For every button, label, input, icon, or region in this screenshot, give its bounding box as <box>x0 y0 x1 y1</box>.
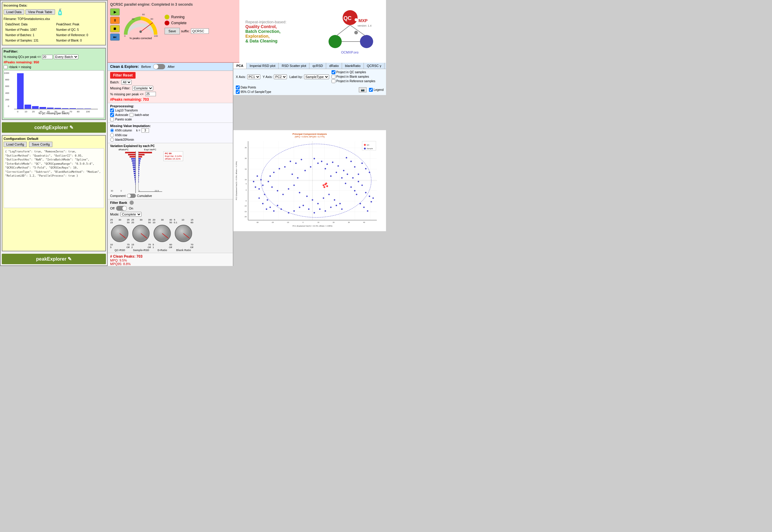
config-explorer-button[interactable]: configExplorer ✎ <box>2 122 106 133</box>
tab-rsd-scatter[interactable]: RSD Scatter plot <box>279 63 309 69</box>
running-label: Running <box>171 15 184 19</box>
fb-on-label: On <box>129 207 133 210</box>
blank-ratio-knob[interactable] <box>174 224 193 243</box>
project-qc-label: Project in QC samples <box>336 71 366 74</box>
filename: Filename: TOPSmetabolomics.xlsx <box>4 17 104 22</box>
y-axis-select[interactable]: PC2 PC1 <box>274 74 287 79</box>
num-peaks: Number of Peaks: 1087 <box>4 27 54 32</box>
project-ref-label: Project in Reference samples <box>336 80 376 83</box>
brand-qc: Quality Control, <box>245 24 286 29</box>
svg-point-158 <box>271 186 273 188</box>
speedometer: 0 40 60 80 100 % peaks corrected <box>123 9 158 40</box>
svg-point-139 <box>345 183 346 184</box>
play-button[interactable]: ▶ <box>110 8 120 16</box>
svg-point-206 <box>260 179 262 181</box>
svg-point-193 <box>314 212 315 214</box>
missing-per-peak-input[interactable] <box>145 92 156 96</box>
stop-button[interactable]: ⏹ <box>110 25 120 32</box>
k-input[interactable] <box>141 128 149 133</box>
legend-label: Legend <box>374 88 384 91</box>
log10-checkbox[interactable] <box>110 108 114 112</box>
suffix-input[interactable] <box>191 28 209 34</box>
svg-text:10: 10 <box>25 110 27 113</box>
qc-rsd-knob[interactable] <box>110 224 129 243</box>
peak-explorer-button[interactable]: peakExplorer ✎ <box>2 254 106 264</box>
autoscale-checkbox[interactable] <box>110 113 114 117</box>
svg-text:30: 30 <box>111 190 113 192</box>
x-axis-select[interactable]: PC1 PC2 <box>247 74 260 79</box>
tab-blank-ratio[interactable]: blankRatio <box>342 63 364 69</box>
missing-value-input[interactable] <box>42 55 53 59</box>
legend-checkbox[interactable] <box>369 88 373 92</box>
label-by-select[interactable]: SampleType <box>304 74 329 79</box>
pareto-checkbox[interactable] <box>110 117 114 121</box>
project-ref-checkbox[interactable] <box>332 79 335 83</box>
blank-min-radio[interactable] <box>110 138 114 142</box>
bottle-icon: 🧴 <box>56 8 64 16</box>
project-blank-checkbox[interactable] <box>332 75 335 79</box>
svg-rect-41 <box>125 152 135 153</box>
filter-reset-button[interactable]: Filter Reset <box>110 72 135 79</box>
speedometer-svg: 0 40 60 80 100 <box>123 9 158 39</box>
svg-point-147 <box>293 184 295 186</box>
ci-checkbox[interactable] <box>236 90 240 94</box>
svg-text:40: 40 <box>363 221 365 223</box>
tab-pca[interactable]: PCA <box>234 63 247 69</box>
svg-text:0: 0 <box>303 221 303 223</box>
ce-peaks-remaining: #Peaks remaining: 703 <box>110 97 231 102</box>
filter-bank-toggle[interactable] <box>116 206 127 211</box>
svg-point-161 <box>273 172 275 173</box>
svg-point-219 <box>364 144 366 146</box>
tab-imperial-rsd[interactable]: Imperial RSD plot <box>247 63 279 69</box>
view-peak-table-button[interactable]: View Peak Table <box>25 9 55 15</box>
save-config-button[interactable]: Save Config <box>29 142 52 147</box>
filter-bank-toggle-knob <box>122 206 126 210</box>
data-points-checkbox[interactable] <box>236 85 240 89</box>
project-qc-checkbox[interactable] <box>332 70 335 74</box>
sample-rsd-knob[interactable] <box>131 224 151 243</box>
load-data-button[interactable]: Load Data <box>4 9 24 15</box>
knn-col-label: KNN column <box>115 129 132 132</box>
svg-text:-10: -10 <box>287 221 289 223</box>
load-config-button[interactable]: Load Config <box>4 142 27 147</box>
svg-rect-9 <box>84 108 91 109</box>
missing-filter-select[interactable]: Complete <box>132 86 153 91</box>
pause-button[interactable]: ⏸ <box>110 17 120 24</box>
svg-text:PC2 (Explained Var(X) = 8.5%; : PC2 (Explained Var(X) = 8.5%; dRatio = 4… <box>235 161 237 200</box>
every-batch-select[interactable]: Every Batch <box>54 54 78 59</box>
cumulative-label: Cumulative <box>137 194 152 198</box>
svg-point-152 <box>323 197 324 199</box>
svg-text:-15: -15 <box>244 211 247 213</box>
tab-qcrsd[interactable]: qcRSD <box>309 63 326 69</box>
qcrsc-engine-panel: QCRSC parallel engine: Completed in 3 se… <box>108 0 240 63</box>
camera-button[interactable]: 📷 <box>359 87 367 92</box>
pca-plot-area: Principal Component Analysis (MPQ = 9.50… <box>234 95 386 266</box>
knn-row-radio[interactable] <box>110 133 114 137</box>
mode-select[interactable]: Complete <box>120 212 141 217</box>
skip-button[interactable]: ⏭ <box>110 33 120 41</box>
tab-dratio[interactable]: dRatio <box>326 63 342 69</box>
batch-select[interactable]: All <box>121 80 132 85</box>
before-after-toggle[interactable] <box>153 64 165 69</box>
tab-qcrsc-gamma[interactable]: QCRSC γ <box>364 63 385 69</box>
d-ratio-knob[interactable] <box>152 224 172 243</box>
svg-point-155 <box>339 203 341 204</box>
missing-value-title: Missing Value Imputation: <box>110 124 231 128</box>
svg-rect-55 <box>135 181 135 183</box>
svg-rect-64 <box>138 160 140 162</box>
svg-point-179 <box>373 197 374 199</box>
ci-label: 95% CI of SampleType <box>241 90 271 94</box>
blank-missing-checkbox[interactable] <box>4 65 7 69</box>
svg-point-149 <box>306 195 308 197</box>
y-label-400: 400 <box>4 92 9 94</box>
incoming-data-title: Incoming Data: <box>4 4 104 7</box>
svg-text:0: 0 <box>246 189 247 191</box>
preprocessing-title: Preprocessing: <box>110 104 231 108</box>
k-label: k = <box>136 129 140 132</box>
knn-col-radio[interactable] <box>110 129 114 132</box>
batch-wise-checkbox[interactable] <box>129 113 133 117</box>
component-cumulative-toggle[interactable] <box>127 194 136 198</box>
engine-save-button[interactable]: Save <box>164 28 180 34</box>
mpq95-label: MPQ95: 8.8% <box>110 262 231 266</box>
svg-text:-10: -10 <box>244 205 247 207</box>
